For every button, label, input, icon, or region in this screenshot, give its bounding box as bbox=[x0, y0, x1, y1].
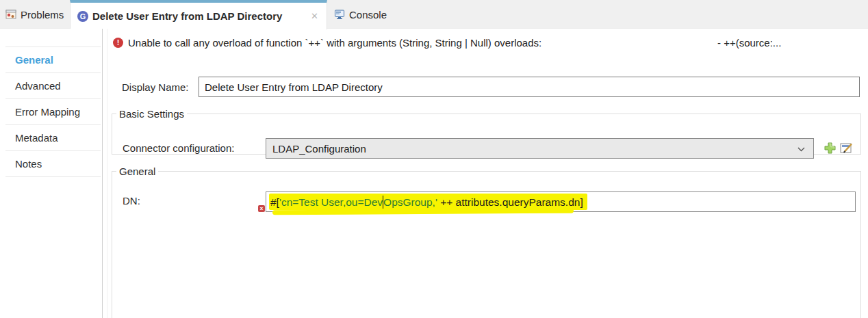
sidebar-item-metadata[interactable]: Metadata bbox=[5, 125, 101, 151]
error-message: Unable to call any overload of function … bbox=[128, 37, 541, 49]
error-icon: ! bbox=[113, 38, 123, 48]
problems-icon bbox=[5, 9, 16, 20]
sidebar-sash bbox=[107, 29, 107, 318]
dn-expression-string: 'cn=Test User,ou=Dev bbox=[279, 196, 383, 208]
mule-component-icon: G bbox=[77, 11, 88, 22]
dn-input[interactable]: #['cn=Test User,ou=DevOpsGroup,' ++ attr… bbox=[266, 191, 856, 212]
basic-settings-legend: Basic Settings bbox=[116, 108, 187, 120]
field-error-badge: x bbox=[258, 205, 265, 212]
view-tab-bar: Problems G Delete User Entry from LDAP D… bbox=[0, 0, 868, 29]
dn-expression-string-2: OpsGroup,' bbox=[383, 196, 437, 208]
connector-configuration-select[interactable]: LDAP_Configuration bbox=[266, 138, 814, 159]
tab-problems[interactable]: Problems bbox=[0, 0, 70, 29]
chevron-down-icon bbox=[797, 147, 805, 152]
tab-console[interactable]: Console bbox=[327, 0, 404, 29]
general-legend: General bbox=[116, 165, 158, 177]
tab-editor-label: Delete User Entry from LDAP Directory bbox=[92, 10, 282, 22]
tab-console-label: Console bbox=[349, 9, 387, 21]
add-configuration-button[interactable] bbox=[824, 142, 836, 154]
tab-problems-label: Problems bbox=[21, 9, 64, 21]
sidebar-item-general[interactable]: General bbox=[5, 47, 101, 73]
dn-expression-highlight: #['cn=Test User,ou=DevOpsGroup,' ++ attr… bbox=[269, 194, 587, 210]
connector-configuration-value: LDAP_Configuration bbox=[272, 143, 366, 155]
connector-configuration-label: Connector configuration: bbox=[123, 142, 234, 154]
dn-label: DN: bbox=[123, 195, 140, 207]
error-detail: - ++(source:... bbox=[717, 37, 781, 49]
error-banner: ! Unable to call any overload of functio… bbox=[113, 37, 863, 51]
properties-sidebar: General Advanced Error Mapping Metadata … bbox=[0, 29, 103, 318]
console-icon bbox=[334, 9, 345, 20]
sidebar-item-notes[interactable]: Notes bbox=[5, 151, 101, 177]
dn-expression-rest: ++ attributes.queryParams.dn] bbox=[437, 196, 583, 208]
edit-configuration-button[interactable] bbox=[840, 142, 854, 154]
general-group: General DN: #['cn=Test User,ou=DevOpsGro… bbox=[112, 165, 861, 318]
display-name-input[interactable] bbox=[199, 77, 860, 97]
properties-editor-window: Problems G Delete User Entry from LDAP D… bbox=[0, 0, 868, 318]
dn-expression-open: #[ bbox=[270, 196, 279, 208]
sidebar-item-error-mapping[interactable]: Error Mapping bbox=[5, 99, 101, 125]
display-name-label: Display Name: bbox=[122, 81, 189, 93]
close-icon[interactable]: ✕ bbox=[311, 11, 318, 21]
sidebar-section-list: General Advanced Error Mapping Metadata … bbox=[5, 47, 101, 177]
sidebar-item-advanced[interactable]: Advanced bbox=[5, 73, 101, 99]
tab-editor-active[interactable]: G Delete User Entry from LDAP Directory … bbox=[70, 0, 327, 29]
basic-settings-group: Basic Settings Connector configuration: … bbox=[112, 108, 861, 155]
